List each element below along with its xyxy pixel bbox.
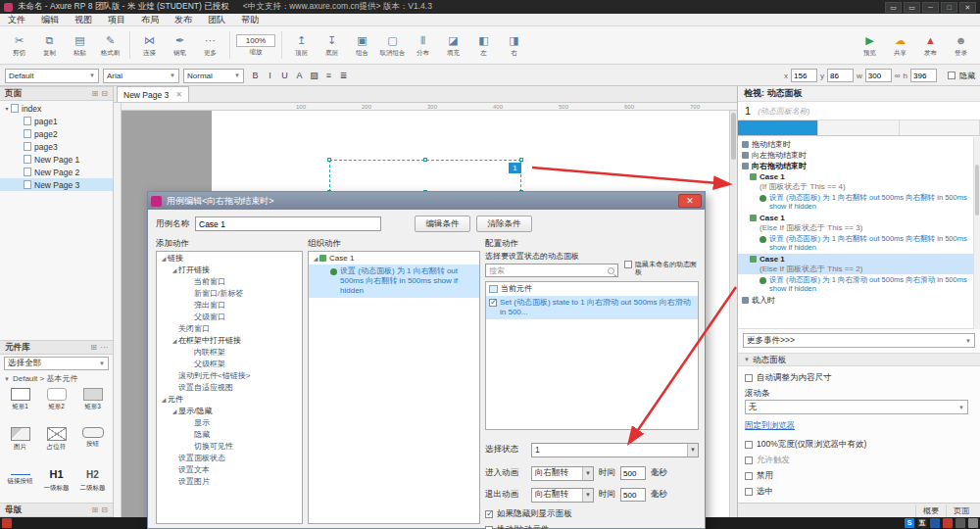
toolbar-button[interactable]: ◧左	[468, 33, 499, 58]
action-tree-item[interactable]: ◢ 显示/隐藏	[157, 406, 302, 417]
taskbar-icon[interactable]: S	[905, 518, 914, 528]
option-checkbox-row[interactable]: 允许触发	[745, 453, 974, 468]
events-scrollbar[interactable]	[973, 137, 980, 329]
option-checkbox-row[interactable]: 禁用	[745, 468, 974, 484]
format-button[interactable]: ▨	[307, 69, 321, 83]
event-row[interactable]: 向左拖动结束时	[738, 150, 980, 161]
toolbar-button[interactable]: ▤粘贴	[65, 33, 95, 58]
clear-condition-button[interactable]: 清除条件	[476, 216, 532, 232]
toolbar-button[interactable]: ↥顶层	[286, 33, 317, 58]
menu-item[interactable]: 视图	[67, 14, 100, 26]
target-panel-row[interactable]: Set (动态面板) state to 1 向右滑动 out 500ms 向右滑…	[486, 296, 698, 319]
widget-item[interactable]: 按钮	[74, 424, 111, 463]
widget-item[interactable]: 链接按钮	[2, 463, 38, 503]
toolbar-button[interactable]: ↧底层	[317, 33, 347, 58]
event-row[interactable]: Case 1	[738, 171, 980, 182]
option-checkbox[interactable]	[745, 488, 753, 496]
toolbar-action-button[interactable]: ☻登录	[946, 33, 976, 58]
window-control-button[interactable]: ▭	[885, 2, 902, 13]
taskbar-icon[interactable]: 五	[917, 518, 927, 528]
event-row[interactable]: (Else If 面板状态于 This == 2)	[738, 264, 980, 274]
toolbar-button[interactable]: ⋈连接	[134, 33, 165, 58]
event-row[interactable]: Case 1	[738, 213, 980, 223]
canvas-scrollbar[interactable]	[729, 111, 737, 517]
hide-unnamed-checkbox[interactable]	[624, 261, 632, 268]
more-events-select[interactable]: 更多事件>>> ▼	[743, 333, 975, 348]
page-tree-item[interactable]: page1	[0, 115, 113, 127]
toolbar-button[interactable]: ⧉复制	[34, 33, 65, 58]
panel-header-icon[interactable]: ⊞	[92, 89, 99, 98]
inspector-tab[interactable]	[900, 120, 980, 135]
page-tree-item[interactable]: page3	[0, 140, 113, 153]
organize-tree-item[interactable]: 设置 (动态面板) 为 1 向右翻转 out 500ms 向右翻转 in 500…	[309, 264, 479, 298]
event-row[interactable]: 载入时	[738, 295, 980, 306]
event-row[interactable]: 设置 (动态面板) 为 1 向右翻转 out 500ms 向右翻转 in 500…	[738, 233, 980, 254]
resize-handle[interactable]	[519, 158, 523, 162]
scrollbar-option-select[interactable]: 无 ▼	[745, 400, 968, 414]
panel-header-icon[interactable]: ⊟	[101, 89, 108, 98]
format-button[interactable]: I	[263, 69, 277, 83]
show-if-hidden-checkbox-row[interactable]: 如果隐藏则显示面板	[485, 508, 572, 520]
toolbar-button[interactable]: ⫴分布	[408, 33, 438, 58]
enter-time-input[interactable]	[620, 466, 646, 480]
event-row[interactable]: (If 面板状态于 This == 4)	[738, 182, 980, 192]
zoom-value[interactable]: 100%	[236, 34, 275, 47]
format-button[interactable]: B	[248, 69, 263, 83]
action-tree-item[interactable]: 当前窗口	[157, 276, 302, 288]
w-field[interactable]	[865, 69, 892, 82]
expand-arrow-icon[interactable]: ◢	[160, 253, 168, 264]
window-control-button[interactable]: ▭	[904, 2, 920, 13]
case-name-input[interactable]	[195, 216, 381, 231]
event-row[interactable]: 拖动结束时	[738, 139, 980, 150]
panel-header-icon[interactable]: ⊞	[90, 343, 97, 352]
expand-arrow-icon[interactable]: ▾	[3, 105, 11, 112]
toolbar-button[interactable]: ▣组合	[347, 33, 377, 58]
panel-section-header[interactable]: ▼ 动态面板	[738, 353, 980, 366]
style-preset-select[interactable]: Default▼	[5, 69, 99, 83]
event-row[interactable]: 向右拖动结束时	[738, 161, 980, 171]
expand-arrow-icon[interactable]: ◢	[171, 264, 178, 276]
exit-animation-select[interactable]: 向右翻转 ▼	[531, 488, 594, 503]
action-tree-item[interactable]: 设置面板状态	[157, 453, 302, 464]
action-tree-item[interactable]: 滚动到元件<锚链接>	[157, 370, 302, 382]
menu-item[interactable]: 团队	[200, 14, 233, 26]
panel-header-icon[interactable]: ⊞	[92, 505, 99, 514]
action-tree-item[interactable]: 隐藏	[157, 429, 302, 441]
menu-item[interactable]: 发布	[167, 14, 200, 26]
expand-arrow-icon[interactable]: ◢	[171, 406, 178, 417]
enter-animation-select[interactable]: 向右翻转 ▼	[531, 466, 594, 481]
expand-arrow-icon[interactable]: ◢	[171, 335, 178, 347]
page-tree-item[interactable]: page2	[0, 127, 113, 140]
toolbar-action-button[interactable]: ▲发布	[915, 33, 946, 58]
expand-arrow-icon[interactable]: ◢	[160, 394, 168, 406]
action-tree-item[interactable]: 设置文本	[157, 464, 302, 476]
page-tree-item[interactable]: New Page 2	[0, 166, 113, 178]
format-button[interactable]: A	[292, 69, 307, 83]
auto-fit-checkbox-row[interactable]: 自动调整为内容尺寸	[745, 371, 974, 384]
action-tree-item[interactable]: ◢ 打开链接	[157, 264, 302, 276]
event-row[interactable]: (Else If 面板状态于 This == 3)	[738, 223, 980, 233]
toolbar-action-button[interactable]: ☁共享	[885, 33, 915, 58]
widget-item[interactable]: 占位符	[38, 424, 74, 463]
scrollbar-thumb[interactable]	[731, 113, 736, 160]
hide-checkbox-row[interactable]: 隐藏	[948, 71, 975, 81]
state-select[interactable]: 1 ▼	[531, 443, 699, 457]
toolbar-button[interactable]: ⋯更多	[195, 33, 225, 58]
option-checkbox[interactable]	[745, 441, 753, 449]
resize-handle[interactable]	[327, 158, 331, 162]
format-button[interactable]: ≡	[321, 69, 336, 83]
library-section-header[interactable]: ▼ Default > 基本元件	[0, 372, 113, 385]
panel-header-icon[interactable]: ⊟	[101, 505, 108, 514]
window-control-button[interactable]: □	[941, 2, 957, 13]
action-tree-item[interactable]: 弹出窗口	[157, 300, 302, 312]
page-tree-item[interactable]: New Page 1	[0, 153, 113, 166]
action-tree-item[interactable]: 设置图片	[157, 476, 302, 488]
action-tree-item[interactable]: 显示	[157, 417, 302, 429]
inspector-tab[interactable]	[818, 120, 899, 135]
widget-name-field[interactable]: 1 (动态面板名称)	[738, 102, 980, 120]
option-checkbox-row[interactable]: 100%宽度(仅限浏览器中有效)	[745, 437, 974, 453]
taskbar-icon[interactable]	[943, 518, 953, 528]
taskbar-icon[interactable]	[2, 518, 12, 528]
toolbar-button[interactable]: ✒钢笔	[165, 33, 195, 58]
close-tab-icon[interactable]: ✕	[175, 90, 182, 99]
